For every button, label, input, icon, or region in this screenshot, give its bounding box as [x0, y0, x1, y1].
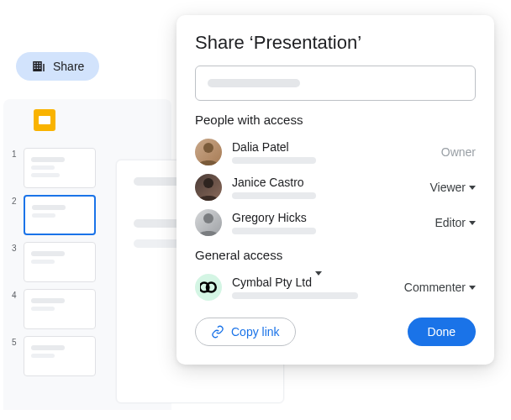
- org-name: Cymbal Pty Ltd: [232, 276, 312, 289]
- person-row: Gregory Hicks Editor: [195, 209, 476, 236]
- copy-link-button[interactable]: Copy link: [195, 318, 296, 346]
- person-name: Dalia Patel: [232, 140, 431, 154]
- slide-thumb-4[interactable]: 4: [12, 289, 96, 329]
- org-scope-dropdown[interactable]: Cymbal Pty Ltd: [232, 276, 394, 289]
- svg-point-1: [203, 178, 213, 188]
- thumb-number: 4: [12, 289, 18, 300]
- person-row: Janice Castro Viewer: [195, 174, 476, 201]
- chevron-down-icon: [469, 221, 476, 225]
- svg-point-2: [203, 213, 213, 223]
- person-icon: [195, 174, 222, 201]
- slide-thumb-5[interactable]: 5: [12, 336, 96, 376]
- avatar: [195, 209, 222, 236]
- add-people-input[interactable]: [195, 66, 476, 101]
- person-name: Gregory Hicks: [232, 211, 424, 224]
- chevron-down-icon: [469, 286, 476, 290]
- svg-point-0: [203, 143, 213, 153]
- people-list: Dalia Patel Owner Janice Castro Viewer: [195, 139, 476, 236]
- role-label-owner: Owner: [441, 145, 476, 159]
- role-dropdown[interactable]: Editor: [435, 216, 476, 229]
- avatar: [195, 174, 222, 201]
- slide-thumb-1[interactable]: 1: [12, 148, 96, 188]
- slide-thumbnails: 1 2 3 4 5: [12, 148, 96, 376]
- role-label: Editor: [435, 216, 466, 229]
- dialog-title: Share ‘Presentation’: [195, 32, 476, 54]
- thumb-number: 2: [12, 195, 18, 206]
- share-chip[interactable]: Share: [16, 52, 99, 81]
- person-icon: [195, 209, 222, 236]
- role-label: Commenter: [404, 281, 466, 294]
- slide-thumb-2[interactable]: 2: [12, 195, 96, 235]
- general-access-row: Cymbal Pty Ltd Commenter: [195, 274, 476, 301]
- general-access-heading: General access: [195, 248, 476, 262]
- role-label: Viewer: [429, 181, 466, 194]
- slide-thumb-3[interactable]: 3: [12, 242, 96, 282]
- person-name: Janice Castro: [232, 176, 419, 189]
- thumb-number: 1: [12, 148, 18, 159]
- dialog-footer: Copy link Done: [195, 318, 476, 346]
- person-email-skeleton: [232, 157, 316, 164]
- org-description-skeleton: [232, 292, 358, 299]
- thumb-number: 3: [12, 242, 18, 253]
- org-avatar: [195, 274, 222, 301]
- person-icon: [195, 139, 222, 165]
- chevron-down-icon: [315, 271, 322, 289]
- copy-link-label: Copy link: [231, 325, 280, 339]
- avatar: [195, 139, 222, 165]
- person-email-skeleton: [232, 192, 316, 199]
- thumb-number: 5: [12, 336, 18, 347]
- share-chip-label: Share: [53, 60, 84, 73]
- placeholder-skeleton: [208, 79, 300, 87]
- slides-app-icon: [34, 109, 55, 131]
- chevron-down-icon: [469, 186, 476, 190]
- role-dropdown[interactable]: Viewer: [429, 181, 476, 194]
- people-with-access-heading: People with access: [195, 113, 476, 127]
- role-dropdown[interactable]: Commenter: [404, 281, 476, 294]
- link-icon: [211, 325, 224, 339]
- building-icon: [31, 59, 46, 74]
- cymbal-logo-icon: [200, 281, 217, 293]
- done-button[interactable]: Done: [408, 318, 476, 346]
- share-dialog: Share ‘Presentation’ People with access …: [176, 15, 494, 365]
- person-email-skeleton: [232, 228, 316, 234]
- general-access-list: Cymbal Pty Ltd Commenter: [195, 274, 476, 301]
- person-row: Dalia Patel Owner: [195, 139, 476, 165]
